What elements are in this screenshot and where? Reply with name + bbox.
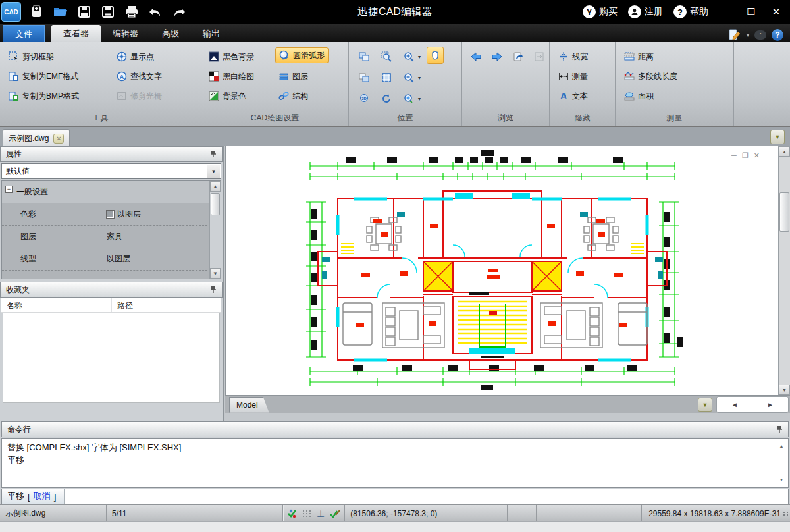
ribbon-help-icon[interactable]: ?: [772, 29, 783, 41]
close-button[interactable]: ✕: [765, 4, 787, 20]
save-as-icon[interactable]: [98, 2, 118, 22]
command-history[interactable]: 替换 [COMPLEX.shx] 字体为 [SIMPLEX.SHX] 平移 ▲▼: [1, 438, 789, 488]
edit-note-dropdown-icon[interactable]: ▾: [747, 32, 749, 38]
tab-file[interactable]: 文件: [3, 25, 45, 42]
property-category-row[interactable]: − 一般设置: [2, 181, 221, 203]
scroll-down-icon[interactable]: ▼: [210, 268, 221, 279]
redo-icon[interactable]: [169, 2, 189, 22]
register-button[interactable]: 注册: [624, 5, 667, 18]
page-jump-icon[interactable]: [510, 48, 527, 65]
collapse-icon[interactable]: −: [5, 186, 13, 193]
collapse-ribbon-icon[interactable]: ⌃: [754, 30, 766, 40]
resize-grip[interactable]: [783, 512, 789, 516]
model-next-icon[interactable]: ►: [767, 401, 774, 408]
property-grid-scrollbar[interactable]: ▲ ▼: [209, 181, 221, 279]
canvas-restore-icon[interactable]: ❐: [742, 151, 749, 160]
undo-icon[interactable]: [145, 2, 165, 22]
distance-button[interactable]: 距离: [621, 49, 657, 65]
canvas-close-icon[interactable]: ✕: [754, 151, 760, 160]
copy-bmp-button[interactable]: 复制为BMP格式: [5, 88, 82, 104]
open-file-icon[interactable]: [51, 2, 70, 22]
save-icon[interactable]: [74, 2, 94, 22]
black-bg-button[interactable]: 黑色背景: [205, 49, 257, 65]
pan-hand-icon[interactable]: [427, 47, 444, 64]
zoom-out-icon[interactable]: [400, 69, 417, 86]
find-text-button[interactable]: A 查找文字: [113, 68, 165, 84]
command-scrollbar[interactable]: ▲▼: [777, 440, 786, 486]
zoom-window-icon[interactable]: [378, 48, 395, 65]
bg-color-button[interactable]: 背景色: [205, 88, 250, 104]
scroll-up-icon[interactable]: ▲: [210, 181, 221, 192]
copy-emf-button[interactable]: 复制为EMF格式: [5, 68, 82, 84]
maximize-button[interactable]: ☐: [740, 4, 762, 20]
view-3d-icon[interactable]: 3D: [356, 90, 373, 107]
app-logo-icon[interactable]: CAD: [1, 2, 21, 22]
line-width-button[interactable]: 线宽: [555, 49, 591, 65]
property-row-linetype[interactable]: 线型 以图层: [2, 248, 221, 271]
text-toggle-button[interactable]: A 文本: [555, 88, 591, 104]
window-previous-icon[interactable]: [356, 48, 373, 65]
zoom-in-icon[interactable]: [400, 48, 417, 65]
favorites-col-name[interactable]: 名称: [1, 298, 112, 312]
structure-button[interactable]: 结构: [275, 88, 311, 104]
favorites-list[interactable]: [3, 313, 220, 403]
smooth-arc-button[interactable]: 圆滑弧形: [275, 47, 329, 63]
snap-marker-icon[interactable]: [287, 508, 297, 518]
osnap-check-icon[interactable]: [330, 509, 340, 518]
document-tab-close-icon[interactable]: ✕: [53, 134, 64, 144]
show-points-button[interactable]: 显示点: [113, 49, 157, 65]
svg-text:A: A: [560, 91, 567, 101]
zoom-all-icon[interactable]: [400, 90, 417, 107]
tab-list-dropdown-icon[interactable]: ▼: [770, 130, 785, 144]
crop-frame-button[interactable]: 剪切框架: [5, 49, 57, 65]
pin-icon[interactable]: [210, 286, 217, 294]
bw-drawing-button[interactable]: 黑白绘图: [205, 68, 257, 84]
zoom-out-dropdown-icon[interactable]: ▾: [418, 75, 421, 81]
tab-advanced[interactable]: 高级: [150, 25, 191, 42]
canvas-scrollbar[interactable]: ▲ ▼: [778, 146, 790, 395]
preset-dropdown[interactable]: 默认值 ▼: [1, 163, 221, 179]
ribbon-group-position: ▾ ▾ 3D ▾ 位置: [349, 42, 462, 126]
document-tab[interactable]: 示例图.dwg ✕: [3, 129, 70, 147]
command-panel: 命令行 替换 [COMPLEX.shx] 字体为 [SIMPLEX.SHX] 平…: [0, 421, 790, 504]
polyline-length-button[interactable]: 多段线长度: [621, 68, 681, 84]
edit-note-icon[interactable]: [728, 29, 741, 41]
scroll-up-icon[interactable]: ▲: [779, 146, 790, 157]
print-icon[interactable]: [122, 2, 142, 22]
drawing-canvas[interactable]: ─ ❐ ✕: [225, 146, 778, 395]
preset-dropdown-arrow-icon[interactable]: ▼: [207, 165, 220, 178]
canvas-minimize-icon[interactable]: ─: [731, 151, 737, 160]
tab-editor[interactable]: 编辑器: [101, 25, 150, 42]
rotate-view-icon[interactable]: [378, 90, 395, 107]
scroll-down-icon[interactable]: ▼: [779, 385, 790, 395]
model-tab[interactable]: Model: [229, 397, 269, 413]
ortho-icon[interactable]: ⊥: [317, 508, 325, 519]
pin-icon[interactable]: [776, 425, 783, 433]
pin-icon[interactable]: [210, 150, 217, 158]
window-copy-icon[interactable]: [356, 69, 373, 86]
model-prev-icon[interactable]: ◄: [731, 401, 738, 408]
help-button[interactable]: ? 帮助: [670, 5, 712, 18]
new-file-icon[interactable]: [27, 2, 47, 22]
back-icon[interactable]: [467, 48, 485, 65]
zoom-in-dropdown-icon[interactable]: ▾: [418, 54, 421, 60]
tab-viewer[interactable]: 查看器: [51, 25, 101, 42]
buy-button[interactable]: ¥ 购买: [579, 5, 621, 18]
grid-snap-icon[interactable]: [302, 509, 311, 518]
area-button[interactable]: 面积: [621, 88, 657, 104]
forward-icon[interactable]: [488, 48, 506, 65]
model-list-dropdown-icon[interactable]: ▼: [698, 398, 712, 412]
cancel-link[interactable]: 取消: [34, 491, 51, 502]
layers-button[interactable]: 图层: [275, 68, 311, 84]
property-row-layer[interactable]: 图层 家具: [2, 226, 221, 248]
canvas-scroll-thumb[interactable]: [779, 192, 789, 232]
property-row-color[interactable]: 色彩 以图层: [2, 203, 221, 226]
measure-toggle-button[interactable]: 测量: [555, 68, 591, 84]
minimize-button[interactable]: ─: [715, 4, 737, 20]
zoom-all-dropdown-icon[interactable]: ▾: [418, 96, 421, 102]
command-input-field[interactable]: [65, 489, 788, 504]
favorites-col-path[interactable]: 路径: [112, 298, 138, 312]
command-input-row[interactable]: 平移 [ 取消 ]: [1, 489, 789, 504]
tab-output[interactable]: 输出: [191, 25, 232, 42]
zoom-extents-icon[interactable]: [378, 69, 395, 86]
